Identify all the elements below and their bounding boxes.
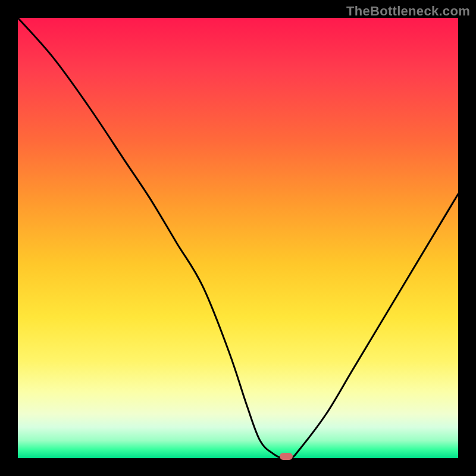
bottleneck-curve (18, 18, 458, 458)
optimal-marker (280, 453, 293, 460)
watermark-text: TheBottleneck.com (346, 4, 470, 19)
plot-area (18, 18, 458, 458)
chart-stage: TheBottleneck.com (0, 0, 476, 476)
